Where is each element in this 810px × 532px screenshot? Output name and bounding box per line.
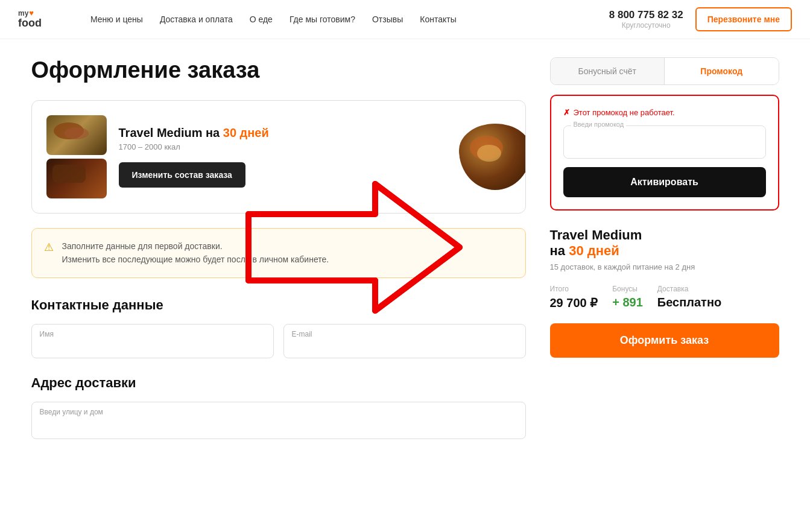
- activate-button[interactable]: Активировать: [563, 167, 766, 197]
- delivery-col: Доставка Бесплатно: [657, 285, 721, 310]
- total-label: Итого: [550, 285, 598, 293]
- summary-desc: 15 доставок, в каждой питание на 2 дня: [550, 262, 779, 271]
- promo-section: ✗ Этот промокод не работает. Введи промо…: [550, 95, 779, 211]
- order-summary: Travel Medium на 30 дней 15 доставок, в …: [550, 227, 779, 358]
- phone-subtitle: Круглосуточно: [609, 21, 683, 30]
- summary-title-days: на 30 дней: [550, 243, 779, 259]
- delivery-value: Бесплатно: [657, 296, 721, 309]
- order-card: Travel Medium на 30 дней 1700 – 2000 кка…: [31, 100, 526, 214]
- nav-delivery[interactable]: Доставка и оплата: [160, 14, 233, 24]
- order-info: Travel Medium на 30 дней 1700 – 2000 кка…: [119, 126, 511, 188]
- order-kcal: 1700 – 2000 ккал: [119, 142, 511, 151]
- name-field-wrap: Имя: [31, 324, 274, 358]
- address-section: Адрес доставки Введи улицу и дом: [31, 375, 526, 439]
- food-image-top: [46, 115, 107, 155]
- bonus-label: Бонусы: [612, 285, 643, 293]
- order-title: Travel Medium на 30 дней: [119, 126, 511, 140]
- main-nav: Меню и цены Доставка и оплата О еде Где …: [90, 14, 609, 24]
- nav-food[interactable]: О еде: [250, 14, 273, 24]
- change-order-button[interactable]: Изменить состав заказа: [119, 162, 245, 188]
- logo-food: food: [18, 17, 42, 30]
- total-value: 29 700 ₽: [550, 296, 598, 310]
- summary-title-line1: Travel Medium: [550, 227, 779, 243]
- contact-title: Контактные данные: [31, 297, 526, 313]
- phone-block: 8 800 775 82 32 Круглосуточно: [609, 9, 683, 30]
- email-input[interactable]: [283, 324, 526, 358]
- promo-tabs: Бонусный счёт Промокод: [550, 57, 779, 85]
- promo-error-icon: ✗: [563, 108, 570, 117]
- header: my♥ food Меню и цены Доставка и оплата О…: [0, 0, 810, 39]
- logo-my: my♥: [18, 9, 42, 17]
- bonus-tab[interactable]: Бонусный счёт: [551, 58, 665, 84]
- header-right: 8 800 775 82 32 Круглосуточно Перезвонит…: [609, 7, 792, 31]
- email-field-wrap: E-mail: [283, 324, 526, 358]
- nav-reviews[interactable]: Отзывы: [372, 14, 403, 24]
- warning-block: ⚠ Заполните данные для первой доставки. …: [31, 228, 526, 278]
- callback-button[interactable]: Перезвоните мне: [695, 7, 792, 31]
- warning-icon: ⚠: [44, 241, 54, 254]
- place-order-button[interactable]: Оформить заказ: [550, 323, 779, 358]
- address-field-wrap: Введи улицу и дом: [31, 402, 526, 439]
- address-title: Адрес доставки: [31, 375, 526, 391]
- contact-section: Контактные данные Имя E-mail: [31, 297, 526, 358]
- order-food-images: [46, 115, 107, 198]
- contact-form-row: Имя E-mail: [31, 324, 526, 358]
- address-input[interactable]: [31, 402, 526, 439]
- right-column: Бонусный счёт Промокод ✗ Этот промокод н…: [550, 57, 779, 439]
- promo-error-text: Этот промокод не работает.: [574, 108, 675, 117]
- bonus-value: + 891: [612, 296, 643, 309]
- warning-text: Заполните данные для первой доставки. Из…: [62, 239, 329, 267]
- promo-tab[interactable]: Промокод: [664, 58, 779, 84]
- promo-input-wrap: Введи промокод: [563, 125, 766, 159]
- total-col: Итого 29 700 ₽: [550, 285, 598, 310]
- main-content: Оформление заказа Travel Medium н: [13, 39, 797, 475]
- logo[interactable]: my♥ food: [18, 9, 66, 30]
- page-title: Оформление заказа: [31, 57, 526, 83]
- phone-number: 8 800 775 82 32: [609, 9, 683, 21]
- left-column: Оформление заказа Travel Medium н: [31, 57, 526, 439]
- name-input[interactable]: [31, 324, 274, 358]
- nav-menu-prices[interactable]: Меню и цены: [90, 14, 143, 24]
- promo-error: ✗ Этот промокод не работает.: [563, 108, 766, 117]
- promo-code-input[interactable]: [564, 126, 765, 158]
- totals-row: Итого 29 700 ₽ Бонусы + 891 Доставка Бес…: [550, 285, 779, 310]
- food-image-bottom: [46, 159, 107, 198]
- bonus-col: Бонусы + 891: [612, 285, 643, 310]
- nav-contacts[interactable]: Контакты: [420, 14, 456, 24]
- promo-input-label: Введи промокод: [571, 121, 627, 128]
- delivery-label: Доставка: [657, 285, 721, 293]
- nav-where[interactable]: Где мы готовим?: [290, 14, 355, 24]
